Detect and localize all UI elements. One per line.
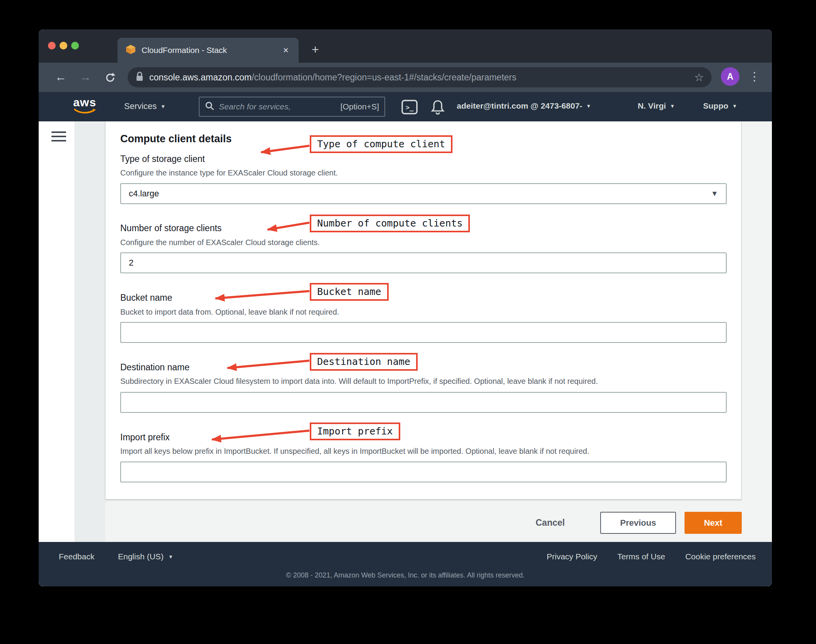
language-label: English (US) (118, 552, 164, 561)
field-description: Configure the instance type for EXAScale… (120, 169, 338, 177)
support-menu[interactable]: Suppo ▼ (703, 101, 737, 111)
feedback-link[interactable]: Feedback (59, 552, 94, 561)
bookmark-star-icon[interactable]: ☆ (694, 71, 704, 84)
field-label: Number of storage clients (120, 223, 222, 233)
select-value: c4.large (129, 189, 711, 199)
back-icon[interactable]: ← (55, 71, 67, 83)
cloudformation-icon (125, 44, 136, 56)
section-title: Compute client details (120, 133, 232, 145)
storage-client-count-input[interactable] (120, 252, 727, 273)
account-menu[interactable]: adeiter@tintri.com @ 2473-6807- ▼ (457, 101, 591, 111)
search-shortcut-hint: [Option+S] (340, 102, 379, 111)
cookie-preferences-link[interactable]: Cookie preferences (685, 552, 756, 561)
new-tab-icon[interactable]: + (312, 43, 319, 56)
destination-name-input[interactable] (120, 392, 727, 413)
lock-icon (135, 71, 144, 83)
traffic-light-minimize-icon[interactable] (60, 42, 67, 49)
bucket-name-input[interactable] (120, 322, 727, 343)
tab-title: CloudFormation - Stack (142, 46, 281, 55)
annotation-destination-name: Destination name (310, 353, 418, 371)
field-description: Subdirectory in EXAScaler Cloud filesyst… (120, 377, 598, 386)
service-search-box[interactable]: Search for services, [Option+S] (199, 97, 385, 117)
support-label: Suppo (703, 101, 728, 111)
steps-rail (75, 121, 105, 542)
field-label: Type of storage client (120, 154, 205, 164)
svg-text:>_: >_ (406, 104, 414, 111)
notifications-bell-icon[interactable] (430, 99, 446, 117)
account-label: adeiter@tintri.com @ 2473-6807- (457, 101, 582, 111)
region-label: N. Virgi (638, 101, 666, 111)
annotation-type-of-compute-client: Type of compute client (310, 135, 452, 153)
services-label: Services (124, 101, 157, 111)
field-label: Bucket name (120, 293, 172, 303)
url-bar[interactable]: console.aws.amazon.com /cloudformation/h… (128, 67, 712, 87)
cancel-button[interactable]: Cancel (536, 518, 565, 528)
screenshot-stage: CloudFormation - Stack × + ← → (0, 0, 816, 644)
browser-window: CloudFormation - Stack × + ← → (39, 29, 772, 586)
tab-strip: CloudFormation - Stack × + (39, 29, 772, 63)
reload-icon[interactable] (104, 72, 116, 85)
traffic-light-zoom-icon[interactable] (71, 42, 79, 49)
browser-menu-icon[interactable]: ⋮ (749, 70, 760, 83)
annotation-bucket-name: Bucket name (310, 283, 389, 301)
chevron-down-icon: ▼ (168, 554, 173, 560)
aws-logo-text: aws (73, 97, 97, 108)
field-label: Import prefix (120, 432, 170, 443)
browser-toolbar: ← → console.aws.amazon.com /cloudformati… (39, 63, 772, 92)
search-placeholder: Search for services, (219, 102, 336, 111)
annotation-number-of-compute-clients: Number of compute clients (310, 215, 470, 232)
field-description: Configure the number of EXAScaler Cloud … (120, 238, 320, 247)
next-button[interactable]: Next (685, 512, 742, 534)
field-label: Destination name (120, 362, 189, 373)
tab-close-icon[interactable]: × (281, 45, 291, 56)
terms-of-use-link[interactable]: Terms of Use (617, 552, 665, 561)
field-description: Bucket to import data from. Optional, le… (120, 308, 339, 317)
aws-footer: Feedback English (US) ▼ Privacy Policy T… (39, 542, 772, 586)
storage-client-type-select[interactable]: c4.large ▼ (120, 183, 727, 204)
hamburger-menu-icon[interactable] (51, 131, 66, 144)
url-host: console.aws.amazon.com (149, 72, 252, 83)
parameters-panel: Compute client details Type of storage c… (105, 121, 741, 499)
aws-navbar: aws Services ▼ Search for services, [Opt… (39, 92, 772, 121)
select-caret-icon: ▼ (711, 189, 718, 198)
services-menu[interactable]: Services ▼ (124, 101, 166, 111)
annotation-import-prefix: Import prefix (310, 423, 400, 440)
chevron-down-icon: ▼ (732, 103, 737, 109)
aws-logo[interactable]: aws (73, 97, 97, 116)
forward-icon: → (80, 71, 91, 83)
chevron-down-icon: ▼ (670, 103, 675, 109)
browser-tab[interactable]: CloudFormation - Stack × (118, 38, 299, 63)
page-content: Compute client details Type of storage c… (39, 121, 772, 542)
search-icon (205, 101, 214, 112)
aws-smile-icon (73, 108, 96, 114)
region-menu[interactable]: N. Virgi ▼ (638, 101, 675, 111)
collapsed-sidebar (39, 121, 75, 542)
privacy-policy-link[interactable]: Privacy Policy (546, 552, 597, 561)
chevron-down-icon: ▼ (160, 104, 166, 109)
profile-avatar[interactable]: A (721, 67, 739, 86)
previous-button[interactable]: Previous (600, 512, 676, 534)
import-prefix-input[interactable] (120, 462, 727, 482)
copyright-text: © 2008 - 2021, Amazon Web Services, Inc.… (39, 571, 772, 579)
url-path: /cloudformation/home?region=us-east-1#/s… (252, 72, 690, 83)
cloudshell-icon[interactable]: >_ (401, 100, 418, 116)
traffic-light-close-icon[interactable] (48, 42, 56, 49)
chevron-down-icon: ▼ (586, 103, 591, 109)
language-menu[interactable]: English (US) ▼ (118, 552, 173, 561)
field-description: Import all keys below prefix in ImportBu… (120, 447, 589, 456)
